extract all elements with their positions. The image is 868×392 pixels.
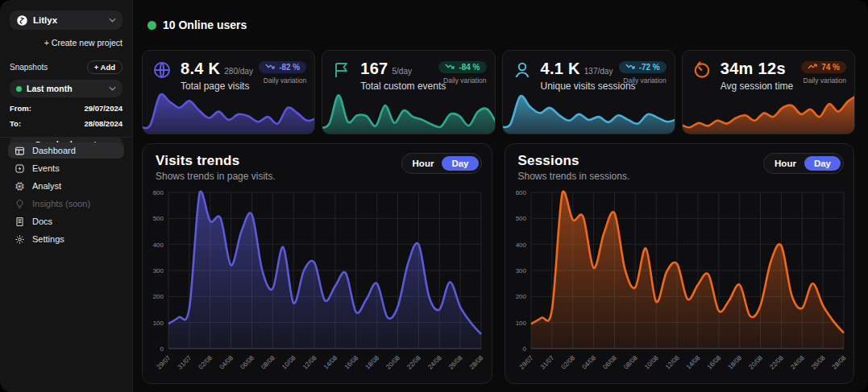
svg-text:26/08: 26/08 bbox=[809, 354, 826, 371]
globe-icon bbox=[152, 60, 173, 81]
panel-title: Visits trends bbox=[156, 153, 239, 169]
svg-text:24/08: 24/08 bbox=[426, 354, 443, 371]
svg-text:100: 100 bbox=[153, 320, 164, 327]
trend-down-icon bbox=[625, 63, 636, 72]
svg-text:12/08: 12/08 bbox=[301, 354, 318, 371]
svg-text:300: 300 bbox=[153, 267, 164, 274]
sidebar-item-insights-soon: Insights (soon) bbox=[8, 196, 124, 212]
online-users-text: 10 Online users bbox=[163, 19, 247, 31]
online-status-dot bbox=[147, 21, 156, 30]
chevron-down-icon bbox=[109, 18, 116, 23]
stat-rate: 137/day bbox=[584, 67, 613, 76]
area-chart: 010020030040050060029/0731/0702/0804/080… bbox=[149, 184, 486, 381]
dashboard-icon bbox=[15, 146, 25, 156]
sidebar-item-settings[interactable]: Settings bbox=[8, 231, 124, 247]
toggle-hour[interactable]: Hour bbox=[405, 156, 442, 171]
snapshot-selected: Last month bbox=[27, 84, 104, 93]
svg-text:14/08: 14/08 bbox=[684, 354, 701, 371]
stat-rate: 5/day bbox=[392, 67, 412, 76]
create-new-project-button[interactable]: + Create new project bbox=[10, 38, 123, 47]
sparkline-chart bbox=[322, 89, 495, 134]
daily-variation-badge: -72 % bbox=[619, 61, 667, 73]
svg-text:31/07: 31/07 bbox=[538, 354, 555, 371]
svg-text:04/08: 04/08 bbox=[218, 354, 235, 371]
litlyx-logo-icon bbox=[16, 14, 28, 27]
toggle-hour[interactable]: Hour bbox=[766, 156, 804, 171]
sidebar-item-docs[interactable]: Docs bbox=[8, 213, 124, 229]
daily-variation-label: Daily variation bbox=[619, 76, 667, 85]
svg-text:500: 500 bbox=[153, 215, 164, 222]
svg-text:22/08: 22/08 bbox=[768, 354, 785, 371]
from-label: From: bbox=[10, 104, 31, 113]
svg-text:0: 0 bbox=[160, 345, 164, 353]
daily-variation-label: Daily variation bbox=[259, 76, 306, 85]
sidebar-item-dashboard[interactable]: Dashboard bbox=[8, 142, 124, 159]
snapshot-select[interactable]: Last month bbox=[10, 80, 123, 97]
svg-text:16/08: 16/08 bbox=[343, 354, 360, 371]
svg-text:600: 600 bbox=[515, 189, 526, 196]
svg-text:06/08: 06/08 bbox=[601, 354, 618, 371]
hour-day-toggle: Hour Day bbox=[401, 153, 482, 174]
main-content: 10 Online users 8.4 K 280/day Total page… bbox=[133, 0, 868, 392]
docs-icon bbox=[15, 217, 25, 227]
svg-text:31/07: 31/07 bbox=[177, 354, 193, 371]
svg-text:400: 400 bbox=[153, 241, 164, 249]
svg-text:26/08: 26/08 bbox=[447, 354, 464, 371]
daily-variation-badge: 74 % bbox=[801, 61, 846, 73]
svg-text:300: 300 bbox=[515, 267, 526, 274]
timer-icon bbox=[692, 60, 713, 81]
sparkline-chart bbox=[682, 89, 855, 134]
sparkline-chart bbox=[502, 89, 675, 134]
stat-card-unique-visits-sessions: 4.1 K 137/day Unique visits sessions -72… bbox=[502, 50, 675, 134]
sidebar-item-events[interactable]: Events bbox=[8, 160, 124, 176]
trend-up-icon bbox=[808, 63, 818, 72]
svg-text:02/08: 02/08 bbox=[559, 354, 576, 371]
daily-variation-badge: -82 % bbox=[259, 61, 306, 73]
trend-down-icon bbox=[265, 63, 276, 72]
to-value: 28/08/2024 bbox=[84, 119, 123, 128]
person-icon bbox=[513, 60, 534, 81]
toggle-day[interactable]: Day bbox=[804, 156, 841, 171]
svg-text:18/08: 18/08 bbox=[364, 354, 381, 371]
svg-text:02/08: 02/08 bbox=[197, 354, 214, 371]
stat-value: 4.1 K bbox=[541, 60, 580, 78]
daily-variation-label: Daily variation bbox=[438, 76, 486, 85]
svg-text:500: 500 bbox=[515, 215, 526, 222]
svg-text:100: 100 bbox=[515, 320, 526, 327]
svg-text:22/08: 22/08 bbox=[405, 354, 422, 371]
stat-card-avg-session-time: 34m 12s Avg session time 74 % Daily vari… bbox=[682, 50, 855, 134]
svg-text:0: 0 bbox=[522, 345, 526, 353]
stat-value: 34m 12s bbox=[721, 60, 786, 78]
svg-text:29/07: 29/07 bbox=[517, 354, 534, 371]
sidebar-divider bbox=[0, 137, 132, 138]
project-selector[interactable]: Litlyx bbox=[10, 10, 123, 30]
panel-title: Sessions bbox=[518, 153, 579, 169]
sidebar-item-analyst[interactable]: AI Analyst bbox=[8, 178, 124, 194]
flag-icon bbox=[332, 60, 353, 81]
svg-text:28/08: 28/08 bbox=[830, 354, 847, 371]
stat-value: 167 bbox=[360, 60, 388, 78]
svg-text:10/08: 10/08 bbox=[280, 354, 297, 371]
svg-text:14/08: 14/08 bbox=[322, 354, 339, 371]
svg-text:AI: AI bbox=[19, 185, 22, 188]
add-snapshot-button[interactable]: + Add bbox=[87, 60, 123, 74]
sparkline-chart bbox=[142, 89, 315, 134]
sidebar: Litlyx + Create new project Snapshots + … bbox=[0, 0, 133, 392]
svg-text:400: 400 bbox=[515, 241, 526, 249]
daily-variation-badge: -84 % bbox=[438, 61, 486, 73]
from-value: 29/07/2024 bbox=[84, 104, 123, 113]
toggle-day[interactable]: Day bbox=[442, 156, 478, 171]
to-label: To: bbox=[10, 119, 21, 128]
stat-cards: 8.4 K 280/day Total page visits -82 % Da… bbox=[142, 50, 855, 134]
svg-text:10/08: 10/08 bbox=[643, 354, 660, 371]
svg-text:20/08: 20/08 bbox=[747, 354, 764, 371]
chart-panels: Visits trends Shows trends in page visit… bbox=[142, 143, 854, 384]
trend-down-icon bbox=[445, 63, 455, 72]
stat-value: 8.4 K bbox=[181, 60, 220, 78]
svg-text:20/08: 20/08 bbox=[384, 354, 401, 371]
svg-text:24/08: 24/08 bbox=[789, 354, 806, 371]
litlyx-dashboard: Litlyx + Create new project Snapshots + … bbox=[0, 0, 868, 392]
settings-icon bbox=[15, 234, 25, 245]
hour-day-toggle: Hour Day bbox=[763, 153, 844, 174]
analyst-icon: AI bbox=[15, 181, 25, 192]
